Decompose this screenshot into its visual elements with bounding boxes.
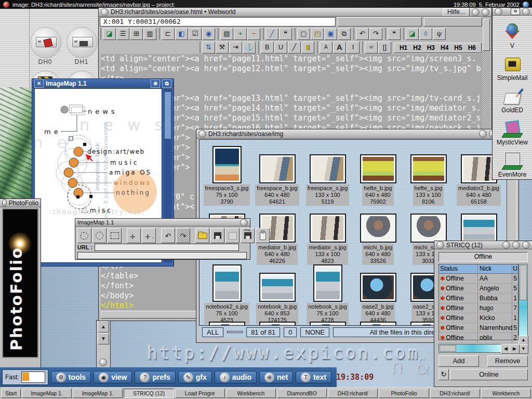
rect-tool[interactable] bbox=[108, 228, 122, 243]
comment-input[interactable] bbox=[77, 252, 247, 259]
scrollbar-thumb[interactable] bbox=[165, 92, 171, 139]
hotspot-dot[interactable] bbox=[64, 168, 73, 177]
add-element-button[interactable]: + bbox=[234, 28, 247, 40]
window-zoom-gadget[interactable] bbox=[512, 241, 520, 249]
handle-square[interactable] bbox=[69, 137, 73, 140]
thumbnail-cell[interactable]: hefte_s.jpg133 x 1008106 bbox=[403, 144, 454, 206]
drive-icon-dh1[interactable] bbox=[66, 27, 98, 58]
drive-icon-dh0[interactable] bbox=[30, 27, 61, 58]
column-u[interactable]: U bbox=[512, 264, 518, 273]
taskbar-item-load-progre[interactable]: Load Progre bbox=[175, 389, 225, 398]
dock-app-golded[interactable]: GoldED bbox=[493, 82, 532, 114]
scroll-down-button[interactable]: ▼ bbox=[518, 344, 528, 354]
directory-title-bar[interactable]: DH3:richard/sites/oase/img bbox=[196, 129, 518, 139]
plugin-button[interactable]: ψ bbox=[433, 28, 446, 40]
screen-depth-icon[interactable] bbox=[523, 2, 529, 8]
undo-button[interactable]: ↶ bbox=[161, 228, 175, 243]
image-thumbnail[interactable] bbox=[310, 214, 346, 243]
scrollbar-thumb[interactable] bbox=[440, 345, 456, 352]
filter-all-button[interactable]: ALL bbox=[202, 327, 223, 337]
dock-title-bar[interactable]: ⧉ bbox=[493, 8, 532, 16]
scroll-right-button[interactable]: ▶ bbox=[510, 344, 520, 354]
insert-checkbox-button[interactable]: ☑ bbox=[189, 28, 202, 40]
image-thumbnail[interactable] bbox=[259, 322, 296, 326]
window-depth-gadget[interactable] bbox=[240, 219, 248, 227]
tools-title-bar[interactable]: ImageMap 1.1 bbox=[75, 219, 250, 227]
thumbnail-cell[interactable] bbox=[202, 322, 252, 326]
window-zoom-gadget[interactable] bbox=[472, 8, 480, 16]
scroll-down-button[interactable]: ▼ bbox=[98, 333, 109, 344]
thumbnail-cell[interactable] bbox=[252, 322, 302, 326]
window-close-gadget[interactable] bbox=[436, 241, 444, 249]
taskbar-item-imagemap-1-[interactable]: ImageMap 1. bbox=[73, 389, 123, 398]
insert-form-button[interactable]: ▥ bbox=[143, 28, 156, 40]
del-point-tool[interactable] bbox=[142, 228, 156, 243]
insert-image-button[interactable]: ◪ bbox=[103, 28, 116, 40]
eraser-button[interactable]: ◊ bbox=[419, 28, 432, 40]
taskbar-item-diamondbo[interactable]: DiamondBO bbox=[277, 389, 327, 398]
image-thumbnail[interactable] bbox=[212, 146, 242, 183]
contact-list[interactable]: Status Nick U ✱OfflineAA5✱OfflineAngelo5… bbox=[438, 264, 518, 340]
insert-comment-button[interactable]: ❝ bbox=[279, 28, 292, 40]
handle-square[interactable] bbox=[83, 143, 86, 146]
dock-audio-button[interactable]: ♪audio bbox=[215, 371, 257, 383]
window-close-gadget[interactable] bbox=[495, 8, 502, 16]
window-close-gadget[interactable] bbox=[2, 199, 7, 207]
edit-pencil-button[interactable]: ╱ bbox=[265, 28, 278, 40]
taskbar-item-photofolio[interactable]: PhotoFolio bbox=[379, 389, 429, 398]
save-button[interactable] bbox=[210, 228, 224, 243]
taskbar-item-dh3-richard-[interactable]: DH3:richard/ bbox=[328, 389, 378, 398]
image-thumbnail[interactable] bbox=[410, 214, 447, 243]
window-gadget[interactable] bbox=[502, 241, 510, 249]
window-gadget[interactable] bbox=[479, 130, 487, 138]
hotspot-dot[interactable] bbox=[74, 147, 83, 156]
thumbnail-cell[interactable]: freespace_s.jpg133 x 1005119 bbox=[302, 144, 353, 206]
window-close-gadget[interactable] bbox=[101, 8, 109, 16]
hotspot-dot[interactable] bbox=[69, 158, 78, 167]
image-thumbnail[interactable] bbox=[360, 273, 396, 302]
save-html-button[interactable] bbox=[241, 228, 255, 243]
refresh-button[interactable]: ↻ bbox=[438, 369, 449, 380]
contact-row[interactable]: ✱OfflineKicko1 bbox=[439, 313, 518, 323]
group-dropdown[interactable]: Offline bbox=[438, 252, 528, 262]
thumbnail-cell[interactable]: notebook_s.jpg75 x 1004778 bbox=[302, 262, 353, 324]
thumbnail-cell[interactable]: hefte_b.jpg640 x 48075902 bbox=[353, 144, 403, 206]
photofolio-title-bar[interactable]: PhotoFolio bbox=[0, 199, 41, 207]
list-vertical-scrollbar[interactable] bbox=[518, 264, 528, 336]
dock-tools-button[interactable]: ⚙tools bbox=[51, 371, 91, 383]
insert-table-button[interactable]: ⊞ bbox=[130, 28, 143, 40]
column-status[interactable]: Status bbox=[439, 264, 478, 273]
contact-row[interactable]: ✱Offlineoblix2 bbox=[439, 333, 518, 343]
webworld-title-bar[interactable]: DH3:richard/sites/oase/oase.html • Webwo… bbox=[99, 8, 491, 17]
image-thumbnail[interactable] bbox=[259, 273, 296, 302]
dock-app-evenmore[interactable]: EvenMore bbox=[493, 146, 532, 178]
window-depth-gadget[interactable] bbox=[482, 8, 489, 16]
imagemap-title-bar[interactable]: ✕ ImageMap 1.1 ⊕ ⧉ bbox=[32, 79, 174, 88]
scroll-up-button[interactable]: ▲ bbox=[98, 321, 109, 332]
dock-app-mysticview[interactable]: MysticView bbox=[493, 114, 532, 146]
new-document-button[interactable]: ▢ bbox=[297, 28, 310, 40]
scrollbar-thumb[interactable] bbox=[483, 19, 490, 51]
insert-textarea-button[interactable]: ▤ bbox=[220, 28, 233, 40]
stricq-title-bar[interactable]: STRICQ (12) bbox=[434, 241, 532, 249]
dock-prefs-button[interactable]: ?prefs bbox=[135, 371, 175, 383]
taskbar-item-workbench[interactable]: Workbench bbox=[481, 389, 531, 398]
url-input[interactable] bbox=[95, 244, 239, 251]
dock-app-v[interactable]: V bbox=[493, 17, 532, 49]
window-gadget[interactable] bbox=[99, 358, 107, 366]
online-status-button[interactable]: Online bbox=[450, 369, 528, 380]
polygon-tool[interactable] bbox=[77, 228, 91, 243]
brackets-button[interactable]: [] bbox=[378, 42, 391, 54]
heading-h4-button[interactable]: H4 bbox=[438, 44, 450, 52]
image-thumbnail[interactable] bbox=[410, 154, 447, 183]
window-zoom-gadget[interactable]: ⊕ bbox=[151, 79, 160, 88]
contact-row[interactable]: ✱OfflineAngelo5 bbox=[439, 284, 518, 294]
dock-text-button[interactable]: Ttext bbox=[296, 371, 331, 383]
taskbar-item-start[interactable]: Start bbox=[1, 389, 21, 398]
redo-button[interactable]: ↷ bbox=[369, 28, 382, 40]
heading-h2-button[interactable]: H2 bbox=[411, 44, 423, 52]
insert-picture-button[interactable]: ◪ bbox=[406, 28, 419, 40]
colors-button[interactable]: ▮ bbox=[301, 42, 314, 54]
undo-button[interactable]: ↶ bbox=[356, 28, 369, 40]
print-document-button[interactable]: ⧉ bbox=[338, 28, 351, 40]
